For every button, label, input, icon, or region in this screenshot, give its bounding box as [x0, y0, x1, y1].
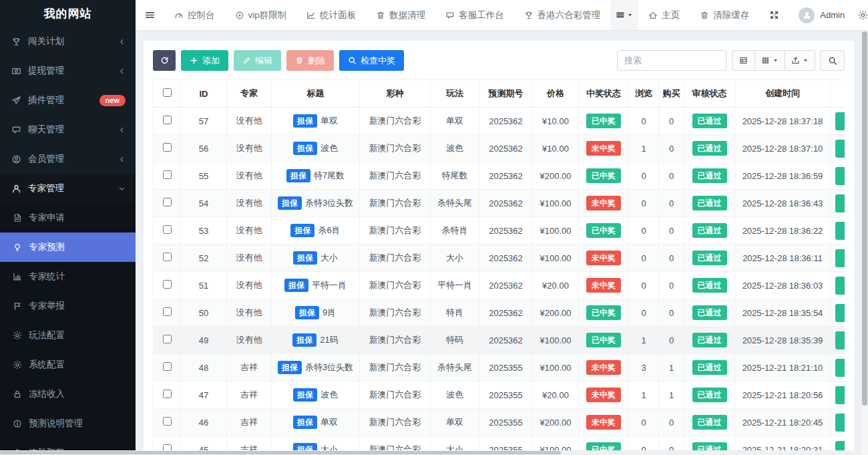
row-edit-button[interactable] — [835, 359, 845, 377]
cell-audit-status: 已通过 — [684, 272, 735, 299]
vertical-scrollbar-thumb[interactable] — [862, 31, 867, 406]
column-header[interactable]: 彩种 — [360, 80, 431, 108]
row-checkbox[interactable] — [163, 225, 172, 234]
column-header[interactable]: ID — [181, 80, 227, 108]
table-row[interactable]: 49 没有他 担保21码 新澳门六合彩 特码 2025362 ¥100.00 已… — [154, 327, 845, 354]
cell-views: 0 — [629, 409, 659, 436]
search-toggle-button[interactable] — [820, 50, 845, 71]
table-row[interactable]: 56 没有他 担保波色 新澳门六合彩 波色 2025362 ¥10.00 未中奖… — [154, 135, 845, 162]
sidebar-item[interactable]: 聊天管理 — [0, 115, 136, 144]
row-checkbox[interactable] — [163, 280, 172, 289]
row-edit-button[interactable] — [835, 414, 845, 432]
sidebar-subitem[interactable]: 系统配置 — [0, 350, 136, 380]
row-edit-button[interactable] — [835, 249, 845, 267]
table-row[interactable]: 47 吉祥 担保波色 新澳门六合彩 波色 2025355 ¥20.00 未中奖 … — [154, 382, 845, 409]
row-checkbox[interactable] — [163, 198, 172, 206]
topnav-item[interactable]: 客服工作台 — [435, 0, 514, 30]
sidebar-subitem[interactable]: 冻结收入 — [0, 380, 136, 409]
column-header[interactable]: 审核状态 — [684, 80, 735, 108]
cell-created-time: 2025-12-28 18:36:59 — [735, 162, 831, 190]
fullscreen-button[interactable] — [759, 0, 789, 30]
row-edit-button[interactable] — [835, 331, 845, 349]
check-win-button[interactable]: 检查中奖 — [339, 50, 404, 71]
nav-menu-dropdown[interactable] — [610, 0, 638, 30]
sidebar-subitem[interactable]: 玩法配置 — [0, 321, 136, 350]
row-checkbox[interactable] — [163, 116, 172, 124]
select-all-checkbox[interactable] — [163, 88, 172, 97]
column-header[interactable]: 购买 — [659, 80, 684, 108]
sidebar-item[interactable]: 插件管理 new — [0, 86, 136, 115]
pagination-toggle-button[interactable] — [732, 50, 755, 71]
table-row[interactable]: 54 没有他 担保杀特3位头数 新澳门六合彩 杀特头尾 2025362 ¥100… — [154, 190, 845, 217]
column-header[interactable]: 预测期号 — [479, 80, 533, 108]
topnav-item-label: 统计面板 — [320, 9, 356, 21]
table-row[interactable]: 53 没有他 担保杀6肖 新澳门六合彩 杀特肖 2025362 ¥100.00 … — [154, 217, 845, 245]
sidebar-subitem[interactable]: 专家预测 — [0, 233, 136, 262]
sidebar-subitem[interactable]: 预测说明管理 — [0, 409, 136, 438]
table-row[interactable]: 48 吉祥 担保杀特3位头数 新澳门六合彩 杀特头尾 2025355 ¥100.… — [154, 354, 845, 382]
horizontal-scrollbar[interactable] — [0, 450, 861, 455]
row-edit-button[interactable] — [835, 112, 845, 130]
settings-button[interactable] — [854, 0, 868, 30]
columns-dropdown-button[interactable] — [755, 50, 785, 71]
cell-id: 52 — [181, 245, 227, 272]
row-edit-button[interactable] — [835, 194, 845, 212]
row-checkbox[interactable] — [163, 143, 172, 152]
cell-buys: 0 — [659, 299, 684, 327]
row-checkbox[interactable] — [163, 390, 172, 398]
row-checkbox[interactable] — [163, 417, 172, 426]
cell-audit-status: 已通过 — [684, 382, 735, 409]
column-header[interactable]: 玩法 — [431, 80, 479, 108]
column-header[interactable]: 专家 — [227, 80, 272, 108]
row-edit-button[interactable] — [835, 277, 845, 295]
table-row[interactable]: 52 没有他 担保大小 新澳门六合彩 大小 2025362 ¥100.00 未中… — [154, 245, 845, 272]
topnav-item[interactable]: 控制台 — [164, 0, 225, 30]
row-edit-button[interactable] — [835, 304, 845, 322]
column-header[interactable]: 中奖状态 — [579, 80, 629, 108]
app-title: 我的网站 — [0, 0, 136, 27]
topnav-item[interactable]: 统计面板 — [296, 0, 366, 30]
row-edit-button[interactable] — [835, 167, 845, 185]
column-header[interactable]: 创建时间 — [735, 80, 831, 108]
topnav-item[interactable]: vip群限制 — [225, 0, 297, 30]
sidebar-subitem[interactable]: 专家举报 — [0, 291, 136, 321]
table-row[interactable]: 46 吉祥 担保单双 新澳门六合彩 单双 2025355 ¥200.00 未中奖… — [154, 409, 845, 436]
add-button[interactable]: 添加 — [181, 50, 228, 71]
row-edit-button[interactable] — [835, 140, 845, 158]
sidebar-item[interactable]: 会员管理 — [0, 144, 136, 174]
row-checkbox[interactable] — [163, 362, 172, 371]
table-row[interactable]: 50 没有他 担保9肖 新澳门六合彩 特肖 2025362 ¥200.00 已中… — [154, 299, 845, 327]
sidebar-subitem[interactable]: 专家申请 — [0, 203, 136, 233]
sidebar-item-label: 闯关计划 — [28, 35, 118, 47]
nav-clear-cache[interactable]: 清除缓存 — [690, 0, 759, 30]
row-checkbox[interactable] — [163, 170, 172, 179]
cell-audit-status: 已通过 — [684, 135, 735, 162]
column-header[interactable]: 浏览 — [629, 80, 659, 108]
search-input[interactable] — [617, 50, 726, 71]
vertical-scrollbar[interactable] — [861, 31, 868, 455]
row-checkbox[interactable] — [163, 335, 172, 343]
horizontal-scrollbar-thumb[interactable] — [0, 451, 561, 454]
row-checkbox[interactable] — [163, 307, 172, 316]
column-header[interactable]: 标题 — [272, 80, 360, 108]
column-header[interactable]: 价格 — [533, 80, 579, 108]
row-checkbox[interactable] — [163, 253, 172, 261]
topnav-item[interactable]: 香港六合彩管理 — [514, 0, 611, 30]
export-dropdown-button[interactable] — [785, 50, 815, 71]
sidebar-item[interactable]: 专家管理 — [0, 174, 136, 203]
cell-buys: 0 — [659, 327, 684, 354]
sidebar-item[interactable]: 闯关计划 — [0, 27, 136, 56]
user-menu[interactable]: Admin — [789, 0, 854, 30]
refresh-button[interactable] — [153, 50, 176, 71]
cell-price: ¥100.00 — [533, 327, 579, 354]
topnav-item[interactable]: 数据清理 — [366, 0, 435, 30]
sidebar-item[interactable]: 提现管理 — [0, 56, 136, 86]
table-row[interactable]: 57 没有他 担保单双 新澳门六合彩 单双 2025362 ¥10.00 已中奖… — [154, 108, 845, 135]
nav-home[interactable]: 主页 — [638, 0, 690, 30]
sidebar-subitem[interactable]: 专家统计 — [0, 262, 136, 291]
table-row[interactable]: 55 没有他 担保特7尾数 新澳门六合彩 特尾数 2025362 ¥200.00… — [154, 162, 845, 190]
sidebar-toggle-button[interactable] — [136, 0, 164, 30]
table-row[interactable]: 51 没有他 担保平特一肖 新澳门六合彩 平特一肖 2025362 ¥20.00… — [154, 272, 845, 299]
row-edit-button[interactable] — [835, 222, 845, 240]
row-edit-button[interactable] — [835, 386, 845, 404]
